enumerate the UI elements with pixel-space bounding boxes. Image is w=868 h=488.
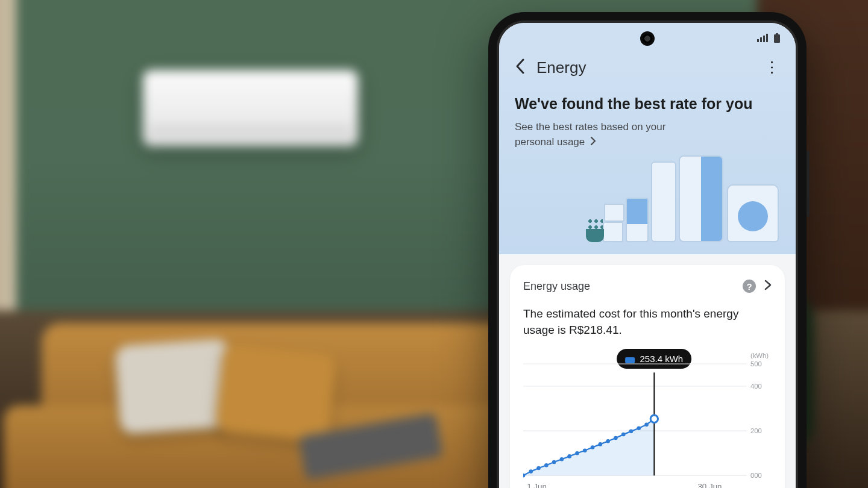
estimate-suffix: . [618,324,621,336]
hero-banner: Energy ⋯ We've found the best rate for y… [499,49,796,254]
svg-point-23 [621,433,626,437]
svg-point-20 [599,442,603,446]
hero-headline: We've found the best rate for you [515,95,780,113]
hero-subline-row[interactable]: See the best rates based on your persona… [515,120,696,149]
energy-usage-card: Energy usage ? The estimated cost for th… [510,265,785,488]
page-title: Energy [536,58,586,77]
svg-point-16 [567,454,571,458]
back-button[interactable] [515,58,526,78]
help-icon[interactable]: ? [743,280,756,293]
battery-icon [774,33,780,43]
card-header: Energy usage ? [523,278,772,294]
svg-rect-5 [776,33,778,35]
phone-side-button [807,151,810,217]
nav-bar: Energy ⋯ [515,53,780,82]
x-tick-start: 1 Jun [527,482,547,488]
phone-frame: Energy ⋯ We've found the best rate for y… [488,12,807,488]
svg-point-14 [552,460,556,465]
more-menu-button[interactable]: ⋯ [763,59,781,76]
svg-rect-0 [757,39,759,42]
svg-point-25 [637,427,641,431]
y-tick-500: 500 [750,360,762,368]
svg-point-17 [575,451,579,455]
content-area: Energy usage ? The estimated cost for th… [499,254,796,488]
signal-icon [757,34,769,42]
svg-point-12 [536,466,541,471]
svg-point-24 [629,430,634,434]
y-tick-000: 000 [750,472,762,480]
usage-chart[interactable]: 253.4 kWh (kWh) 500 400 200 [523,345,772,488]
y-tick-200: 200 [750,427,762,434]
svg-rect-2 [763,36,765,42]
chevron-right-icon [590,136,596,148]
camera-hole-icon [640,31,655,46]
svg-point-26 [644,423,649,427]
card-detail-button[interactable] [764,278,772,294]
y-unit: (kWh) [750,352,769,359]
bg-sofa [4,298,523,488]
svg-rect-1 [760,37,762,42]
svg-point-18 [583,449,587,453]
chart-focus-point [650,415,658,422]
y-tick-400: 400 [750,383,762,390]
svg-point-11 [529,470,533,474]
svg-rect-3 [766,34,768,42]
chevron-left-icon [515,58,526,75]
estimate-text: The estimated cost for this month's ener… [523,306,772,338]
bg-ac-unit [143,70,358,146]
appliances-illustration [604,152,785,242]
svg-point-15 [560,457,564,461]
estimate-value: R$218.41 [569,324,618,336]
chevron-right-icon [764,280,772,290]
svg-point-19 [591,445,595,449]
x-tick-end: 30 Jun [697,482,722,488]
card-title: Energy usage [523,280,590,293]
estimate-prefix: The estimated cost for this month's ener… [523,307,738,336]
svg-rect-4 [774,34,780,43]
svg-point-22 [614,436,618,440]
svg-point-13 [544,463,549,468]
svg-point-21 [606,439,610,443]
phone-screen: Energy ⋯ We've found the best rate for y… [497,20,798,488]
